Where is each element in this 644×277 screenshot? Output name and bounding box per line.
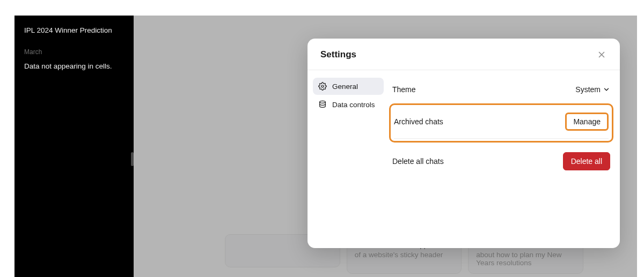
svg-point-2: [321, 85, 324, 87]
close-icon: [597, 50, 606, 59]
setting-label: Delete all chats: [392, 157, 444, 166]
button-label: Manage: [573, 117, 601, 126]
button-label: Delete all: [571, 157, 602, 166]
sidebar-item-chat[interactable]: IPL 2024 Winner Prediction: [21, 24, 127, 36]
gear-icon: [318, 82, 327, 91]
nav-item-label: General: [332, 83, 358, 91]
sidebar-item-label: IPL 2024 Winner Prediction: [24, 26, 112, 34]
sidebar-item-label: Data not appearing in cells.: [24, 62, 112, 70]
modal-header: Settings: [308, 39, 620, 70]
modal-title: Settings: [320, 49, 356, 60]
setting-row-delete-all: Delete all chats Delete all: [392, 145, 610, 178]
setting-row-archived: Archived chats Manage: [394, 107, 609, 139]
setting-label: Archived chats: [394, 117, 443, 126]
settings-modal: Settings General Data controls: [308, 39, 620, 248]
settings-nav: General Data controls: [308, 70, 389, 248]
sidebar: IPL 2024 Winner Prediction March Data no…: [14, 16, 134, 277]
modal-body: General Data controls Theme System: [308, 70, 620, 248]
svg-point-3: [320, 101, 326, 103]
nav-item-label: Data controls: [332, 101, 375, 109]
manage-button[interactable]: Manage: [565, 113, 609, 131]
highlight-annotation: Archived chats Manage: [389, 103, 613, 143]
sidebar-section-label: March: [21, 46, 127, 58]
sidebar-item-chat[interactable]: Data not appearing in cells.: [21, 60, 127, 72]
delete-all-button[interactable]: Delete all: [563, 152, 610, 170]
chevron-down-icon: [603, 86, 610, 93]
nav-item-data-controls[interactable]: Data controls: [313, 96, 384, 113]
main-area: Show me a code snippet of a website's st…: [134, 16, 637, 277]
setting-label: Theme: [392, 85, 416, 94]
setting-row-theme: Theme System: [392, 78, 610, 101]
settings-content: Theme System Archived chats Manage: [389, 70, 620, 248]
theme-value: System: [575, 85, 601, 94]
nav-item-general[interactable]: General: [313, 78, 384, 95]
theme-select[interactable]: System: [575, 85, 610, 94]
app-frame: IPL 2024 Winner Prediction March Data no…: [14, 16, 637, 277]
database-icon: [318, 100, 327, 109]
close-button[interactable]: [596, 49, 607, 60]
